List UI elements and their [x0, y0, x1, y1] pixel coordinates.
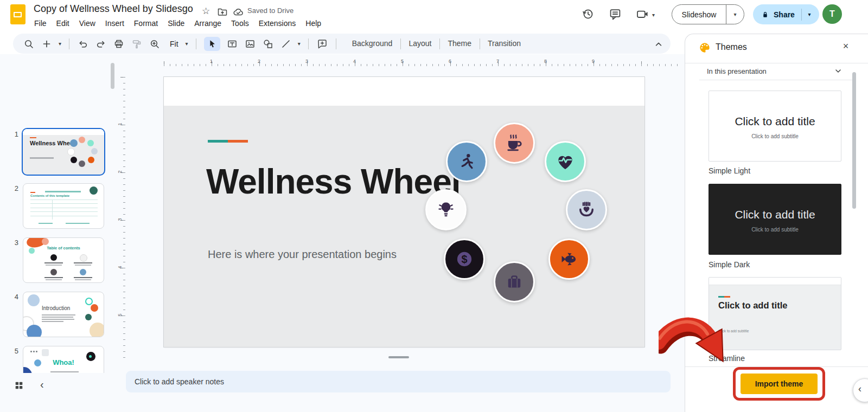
add-slide-icon[interactable]: [41, 38, 53, 50]
ruler-number: 4: [353, 59, 356, 64]
insert-line-icon[interactable]: [280, 38, 292, 50]
theme-card-simple-light[interactable]: Click to add title Click to add subtitle: [709, 91, 841, 162]
share-caret-icon[interactable]: ▾: [802, 11, 817, 17]
coffee-circle[interactable]: [494, 123, 535, 164]
thumb-deco: [80, 269, 86, 275]
chevron-down-icon[interactable]: [833, 66, 844, 76]
chevron-left-icon: ‹: [858, 383, 861, 395]
menu-tools[interactable]: Tools: [226, 17, 254, 30]
layout-button[interactable]: Layout: [400, 34, 439, 54]
grid-view-icon[interactable]: [14, 381, 24, 390]
ruler-number: 6: [449, 59, 451, 64]
star-icon[interactable]: ☆: [202, 5, 210, 17]
document-title[interactable]: Copy of Wellness Wheel by Slidesgo: [34, 3, 193, 15]
thumb-deco: [39, 223, 53, 224]
slideshow-label: Slideshow: [672, 10, 726, 19]
slide-number: 2: [10, 184, 18, 192]
dollar-icon: $: [454, 249, 475, 269]
paint-format-icon[interactable]: [131, 38, 143, 50]
menu-help[interactable]: Help: [301, 17, 326, 30]
add-slide-caret-icon[interactable]: ▾: [59, 41, 61, 47]
transition-button[interactable]: Transition: [480, 34, 529, 54]
ruler-number: 1: [117, 123, 123, 125]
ruler-number: 7: [496, 59, 499, 64]
lightbulb-circle[interactable]: [425, 189, 467, 230]
thumb-deco: [89, 355, 92, 358]
theme-button[interactable]: Theme: [439, 34, 480, 54]
redo-icon[interactable]: [95, 38, 107, 50]
slide-number: 5: [10, 347, 18, 355]
avatar[interactable]: T: [822, 4, 842, 24]
zoom-select[interactable]: Fit: [170, 40, 178, 48]
close-icon[interactable]: ×: [839, 41, 852, 52]
meet-caret-icon[interactable]: ▾: [652, 12, 655, 18]
text-box-icon[interactable]: [226, 38, 238, 50]
zoom-caret-icon[interactable]: ▾: [186, 41, 188, 47]
saved-status[interactable]: Saved to Drive: [247, 7, 293, 15]
slide-thumbnail-2[interactable]: Contents of this template: [23, 183, 104, 229]
slide-canvas[interactable]: Wellness Wheel Here is where your presen…: [164, 77, 644, 347]
collapse-toolbar-icon[interactable]: [652, 38, 665, 50]
background-button[interactable]: Background: [344, 34, 401, 54]
undo-icon[interactable]: [77, 38, 89, 50]
slide-thumbnail-4[interactable]: Introduction: [23, 292, 104, 337]
filmstrip-scrollbar[interactable]: [111, 63, 114, 89]
panel-scrollbar[interactable]: [852, 72, 856, 209]
dollar-circle[interactable]: $: [444, 239, 485, 280]
menu-file[interactable]: File: [29, 17, 52, 30]
fish-circle[interactable]: [548, 239, 590, 280]
thumb-title: Introduction: [42, 305, 70, 311]
heart-pulse-circle[interactable]: [545, 141, 586, 182]
menu-arrange[interactable]: Arrange: [189, 17, 226, 30]
menu-slide[interactable]: Slide: [163, 17, 189, 30]
line-caret-icon[interactable]: ▾: [298, 41, 301, 47]
palette-icon: [698, 41, 711, 54]
menu-format[interactable]: Format: [129, 17, 163, 30]
select-tool-button[interactable]: [204, 37, 220, 51]
thumb-deco: [30, 192, 35, 193]
collapse-filmstrip-icon[interactable]: ‹: [40, 378, 44, 391]
search-menus-icon[interactable]: [23, 38, 35, 50]
share-button[interactable]: Share ▾: [753, 4, 819, 24]
version-history-icon[interactable]: [582, 8, 595, 21]
thumb-deco: [42, 321, 63, 322]
section-label: In this presentation: [707, 67, 767, 75]
theme-card-simple-dark[interactable]: Click to add title Click to add subtitle: [709, 184, 841, 255]
exercise-circle[interactable]: [446, 141, 487, 182]
menu-edit[interactable]: Edit: [52, 17, 74, 30]
slide-subtitle[interactable]: Here is where your presentation begins: [208, 248, 397, 261]
slideshow-caret-icon[interactable]: ▾: [726, 11, 744, 17]
thumb-deco: [50, 371, 79, 372]
slide-thumbnail-1[interactable]: Wellness Wheel: [22, 128, 105, 176]
zoom-icon[interactable]: [149, 38, 161, 50]
print-icon[interactable]: [113, 38, 125, 50]
panel-divider: [685, 63, 868, 63]
insert-comment-icon[interactable]: [316, 38, 328, 50]
thumb-deco: [30, 137, 36, 138]
meet-camera-icon[interactable]: [636, 8, 649, 21]
menu-view[interactable]: View: [74, 17, 100, 30]
insert-image-icon[interactable]: [244, 38, 256, 50]
comments-icon[interactable]: [609, 8, 622, 21]
speaker-notes-input[interactable]: Click to add speaker notes: [126, 371, 671, 392]
insert-shape-icon[interactable]: [262, 38, 274, 50]
briefcase-circle[interactable]: [494, 261, 535, 302]
menu-extensions[interactable]: Extensions: [254, 17, 301, 30]
fish-icon: [559, 249, 579, 269]
hands-heart-circle[interactable]: [566, 189, 607, 230]
thumb-deco: [71, 157, 77, 163]
slides-logo-icon[interactable]: [10, 4, 25, 24]
thumb-deco: [85, 298, 93, 305]
toolbar-divider: [196, 38, 196, 49]
canvas-scroll-indicator[interactable]: [388, 356, 409, 358]
menu-bar: FileEditViewInsertFormatSlideArrangeTool…: [29, 17, 326, 30]
menu-insert[interactable]: Insert: [100, 17, 129, 30]
svg-text:$: $: [461, 253, 467, 265]
slide-thumbnail-3[interactable]: Table of contents: [23, 237, 104, 283]
slide-title[interactable]: Wellness Wheel: [206, 163, 461, 201]
thumb-deco: [79, 160, 85, 167]
slideshow-button[interactable]: Slideshow ▾: [672, 4, 744, 24]
slide-thumbnail-5[interactable]: Whoa!: [23, 346, 104, 373]
move-folder-icon[interactable]: [217, 7, 228, 17]
thumb-deco: [44, 277, 63, 278]
